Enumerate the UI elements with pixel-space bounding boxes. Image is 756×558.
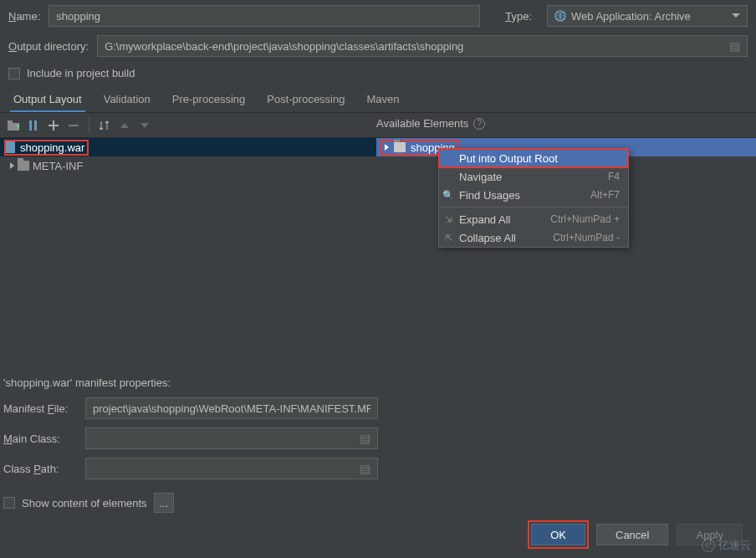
manifest-file-label: Manifest File:: [3, 402, 77, 415]
tab-validation[interactable]: Validation: [100, 88, 154, 112]
output-dir-label: Output directory:: [8, 40, 89, 53]
show-content-config-button[interactable]: ...: [154, 493, 174, 513]
sort-icon[interactable]: [96, 117, 113, 134]
include-build-checkbox[interactable]: [8, 68, 20, 79]
menu-expand-all[interactable]: ⇲ Expand AllCtrl+NumPad +: [439, 210, 628, 228]
manifest-properties-title: 'shopping.war' manifest properties:: [3, 376, 748, 389]
tabs: Output Layout Validation Pre-processing …: [0, 88, 756, 113]
archive-icon: [5, 141, 15, 153]
menu-separator: [439, 207, 628, 207]
main-class-input[interactable]: ▤: [85, 427, 378, 449]
name-input[interactable]: [49, 5, 480, 27]
output-tree[interactable]: shopping.war META-INF: [0, 138, 376, 372]
menu-collapse-all[interactable]: ⇱ Collapse AllCtrl+NumPad -: [439, 228, 628, 247]
tab-pre-processing[interactable]: Pre-processing: [169, 88, 248, 112]
search-icon: 🔍: [442, 190, 454, 201]
class-path-label: Class Path:: [3, 463, 77, 475]
show-content-checkbox[interactable]: [3, 497, 15, 509]
tree-item-label: META-INF: [33, 160, 83, 172]
toolbar-separator: [89, 118, 89, 133]
tab-post-processing[interactable]: Post-processing: [263, 88, 348, 112]
browse-icon[interactable]: ▤: [360, 462, 370, 475]
tree-root-label: shopping.war: [20, 141, 84, 154]
include-build-label: Include in project build: [27, 67, 135, 79]
output-dir-input[interactable]: G:\myworkplace\back-end\project\java\sho…: [97, 35, 748, 57]
folder-icon: [18, 161, 29, 171]
move-up-icon[interactable]: [116, 117, 133, 134]
menu-navigate[interactable]: NavigateF4: [439, 167, 628, 186]
module-icon: [394, 142, 406, 152]
expand-icon[interactable]: [385, 144, 389, 151]
main-class-label: Main Class:: [3, 433, 77, 445]
browse-icon[interactable]: ▤: [729, 39, 740, 53]
expand-all-icon: ⇲: [442, 214, 454, 225]
show-content-label: Show content of elements: [22, 497, 147, 509]
svg-rect-5: [34, 120, 37, 131]
remove-icon[interactable]: [65, 117, 82, 134]
type-select[interactable]: Web Application: Archive: [547, 5, 748, 27]
web-app-icon: [554, 10, 566, 22]
move-down-icon[interactable]: [136, 117, 153, 134]
context-menu: Put into Output Root NavigateF4 🔍 Find U…: [438, 148, 629, 248]
output-dir-value: G:\myworkplace\back-end\project\java\sho…: [105, 40, 463, 53]
help-icon[interactable]: ?: [473, 118, 485, 130]
ok-button[interactable]: OK: [531, 524, 585, 545]
new-folder-icon[interactable]: +: [5, 117, 22, 134]
expand-icon[interactable]: [10, 162, 14, 169]
watermark: 亿 亿速云: [702, 538, 751, 553]
tab-maven[interactable]: Maven: [363, 88, 402, 112]
class-path-input[interactable]: ▤: [85, 458, 378, 479]
svg-text:+: +: [16, 120, 19, 131]
menu-put-into-output-root[interactable]: Put into Output Root: [439, 149, 628, 167]
tab-output-layout[interactable]: Output Layout: [10, 88, 85, 112]
manifest-file-value: project\java\shopping\WebRoot\META-INF\M…: [93, 402, 370, 415]
manifest-file-input[interactable]: project\java\shopping\WebRoot\META-INF\M…: [85, 397, 378, 419]
menu-find-usages[interactable]: 🔍 Find UsagesAlt+F7: [439, 186, 628, 204]
type-value: Web Application: Archive: [571, 10, 691, 23]
chevron-down-icon: [732, 13, 740, 18]
new-dir-icon[interactable]: [25, 117, 42, 134]
add-icon[interactable]: [45, 117, 62, 134]
name-label: Name:: [8, 10, 40, 23]
cancel-button[interactable]: Cancel: [596, 524, 668, 545]
available-elements-header: Available Elements ?: [376, 117, 485, 130]
svg-rect-4: [29, 120, 32, 131]
collapse-all-icon: ⇱: [442, 233, 454, 243]
svg-rect-2: [8, 120, 13, 123]
browse-icon[interactable]: ▤: [360, 432, 370, 445]
type-label: Type:: [505, 10, 532, 23]
tree-root-archive[interactable]: shopping.war: [0, 138, 376, 156]
tree-item-metainf[interactable]: META-INF: [0, 156, 376, 175]
